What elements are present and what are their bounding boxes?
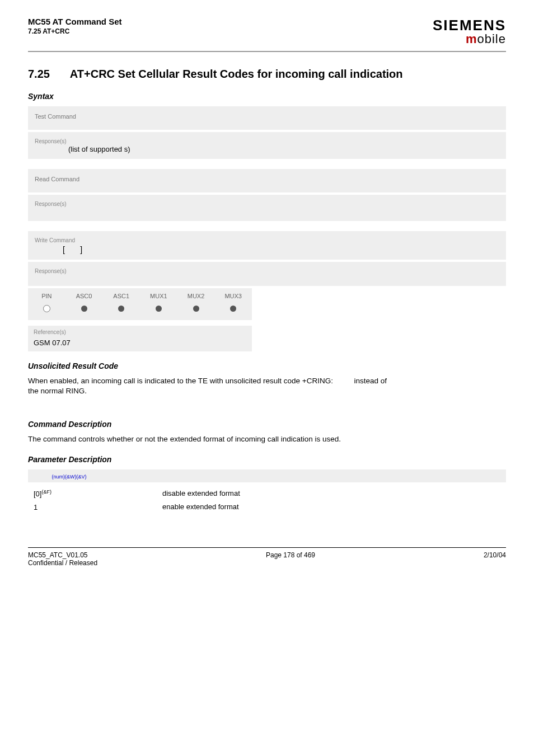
responses-label: Response(s) [35, 138, 67, 144]
param-row-0: [0](&F) disable extended format [28, 487, 506, 500]
param-name-link [34, 472, 52, 480]
param-row-1: 1 enable extended format [28, 500, 506, 514]
param-desc-heading: Parameter Description [28, 455, 506, 464]
write-command-syntax: [ ] [35, 244, 499, 254]
urc-text-1: When enabled, an incoming call is indica… [28, 377, 333, 385]
read-command-header: Read Command [28, 169, 506, 192]
brand-m-icon: m [466, 32, 477, 46]
circle-filled-icon [156, 306, 162, 312]
matrix-hdr-mux1: MUX1 [140, 293, 177, 299]
write-response-box: Response(s) [28, 262, 506, 286]
matrix-header-row: PIN ASC0 ASC1 MUX1 MUX2 MUX3 [28, 290, 252, 302]
urc-text: When enabled, an incoming call is indica… [28, 376, 506, 396]
write-command-box: Write Command [ ] [28, 231, 506, 260]
circle-filled-icon [193, 306, 199, 312]
syntax-label: Syntax [28, 92, 506, 101]
param-block: (num)(&W)(&V) [0](&F) disable extended f… [28, 469, 506, 514]
matrix-value-row [28, 302, 252, 316]
circle-filled-icon [118, 306, 124, 312]
matrix-val-mux3 [214, 306, 252, 313]
matrix-hdr-asc0: ASC0 [65, 293, 103, 299]
matrix-hdr-mux2: MUX2 [177, 293, 215, 299]
brand-mobile-rest: obile [477, 32, 506, 46]
param-key-1: 1 [34, 503, 162, 511]
read-command-box: Read Command [28, 169, 506, 192]
page-header: MC55 AT Command Set 7.25 AT+CRC SIEMENS … [28, 17, 506, 52]
test-resp-suffix: s) [124, 145, 130, 153]
matrix-val-asc1 [102, 306, 140, 313]
doc-subtitle: 7.25 AT+CRC [28, 27, 122, 35]
responses-label-read: Response(s) [35, 201, 67, 207]
matrix-val-pin [28, 305, 65, 313]
matrix-val-asc0 [65, 306, 103, 313]
urc-text-3: the normal RING. [28, 387, 87, 395]
read-response-box: Response(s) [28, 195, 506, 221]
section-number: 7.25 [28, 68, 67, 81]
urc-heading: Unsolicited Result Code [28, 361, 506, 370]
reference-box: Reference(s) GSM 07.07 [28, 326, 252, 351]
test-response-box: Response(s) (list of supported s) [28, 132, 506, 159]
write-lbracket: [ [63, 245, 65, 254]
footer-left: MC55_ATC_V01.05 Confidential / Released [28, 551, 97, 567]
matrix-val-mux1 [140, 306, 177, 313]
matrix-hdr-pin: PIN [28, 293, 65, 299]
param-sup: (num)(&W)(&V) [52, 474, 87, 480]
footer-center: Page 178 of 469 [266, 551, 315, 567]
param-val-0: disable extended format [162, 489, 500, 498]
test-response-content: (list of supported s) [35, 145, 499, 153]
cmd-desc-text: The command controls whether or not the … [28, 434, 506, 444]
read-response-body: Response(s) [28, 195, 506, 221]
section-text: AT+CRC Set Cellular Result Codes for inc… [70, 68, 403, 80]
test-resp-prefix: (list of supported [68, 145, 124, 153]
matrix-hdr-mux3: MUX3 [214, 293, 252, 299]
circle-filled-icon [230, 306, 236, 312]
cmd-desc-heading: Command Description [28, 420, 506, 429]
section-title: 7.25 AT+CRC Set Cellular Result Codes fo… [28, 68, 506, 81]
param-header: (num)(&W)(&V) [28, 469, 506, 482]
footer-left-1: MC55_ATC_V01.05 [28, 551, 88, 559]
responses-label-write: Response(s) [35, 268, 67, 274]
circle-open-icon [43, 305, 50, 312]
write-response-body: Response(s) [28, 262, 506, 286]
param-key-0: [0](&F) [34, 489, 162, 498]
reference-body: GSM 07.07 [28, 337, 252, 351]
param-key-1-prefix: 1 [34, 503, 38, 511]
test-response-body: Response(s) (list of supported s) [28, 132, 506, 159]
footer-left-2: Confidential / Released [28, 559, 97, 567]
param-table: [0](&F) disable extended format 1 enable… [28, 482, 506, 514]
param-key-0-prefix: [0] [34, 490, 41, 498]
matrix-hdr-asc1: ASC1 [102, 293, 140, 299]
doc-title: MC55 AT Command Set [28, 17, 122, 26]
write-rbracket: ] [80, 245, 82, 254]
brand-block: SIEMENS mobile [433, 17, 506, 46]
test-command-box: Test Command [28, 106, 506, 130]
header-left: MC55 AT Command Set 7.25 AT+CRC [28, 17, 122, 35]
availability-matrix: PIN ASC0 ASC1 MUX1 MUX2 MUX3 [28, 288, 252, 320]
reference-header: Reference(s) [28, 326, 252, 337]
footer-right: 2/10/04 [484, 551, 506, 567]
param-val-1: enable extended format [162, 503, 500, 511]
write-command-header: Write Command [35, 237, 75, 243]
test-command-header: Test Command [28, 106, 506, 130]
circle-filled-icon [81, 306, 87, 312]
param-key-0-sup: (&F) [41, 489, 51, 495]
matrix-val-mux2 [177, 306, 215, 313]
page-footer: MC55_ATC_V01.05 Confidential / Released … [28, 547, 506, 567]
write-command-body: Write Command [ ] [28, 231, 506, 260]
urc-text-2: instead of [354, 377, 387, 385]
